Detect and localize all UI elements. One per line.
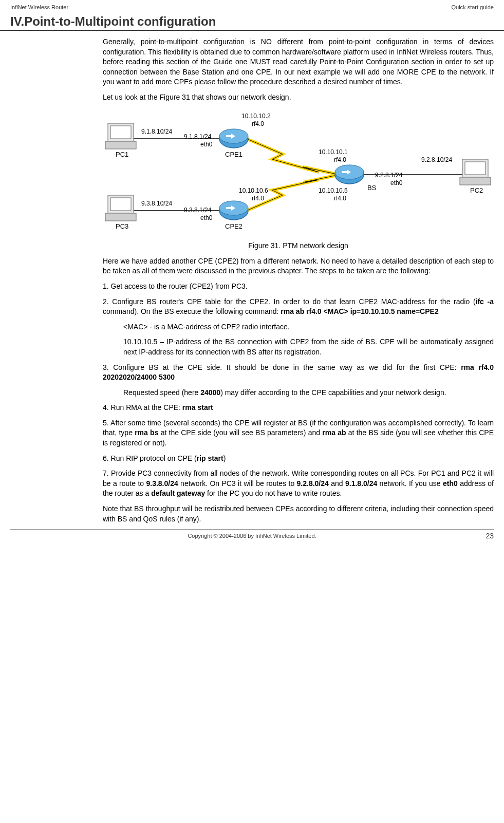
footer-page-number: 23 — [473, 532, 494, 540]
rf40-label-3: rf4.0 — [252, 195, 264, 202]
pc1-icon — [105, 123, 136, 149]
rf40-label-2: rf4.0 — [334, 156, 346, 163]
step-7: 7. Provide PC3 connectivity from all nod… — [103, 469, 494, 499]
eth0-label-1: eth0 — [200, 141, 213, 148]
paragraph-throughput: Note that BS throughput will be redistri… — [103, 504, 494, 524]
bs-label: BS — [367, 184, 377, 192]
paragraph-figref: Let us look at the Figure 31 that shows … — [103, 92, 494, 103]
step-2-note-ip: 10.10.10.5 – IP-address of the BS connec… — [123, 337, 494, 357]
content-body: Generally, point-to-multipoint configura… — [0, 37, 504, 524]
pc2-label: PC2 — [470, 186, 483, 194]
svg-rect-9 — [110, 198, 131, 211]
bs-router-icon — [335, 165, 364, 184]
cpe2-router-icon — [219, 201, 248, 220]
ip-cpe1-rf: 10.10.10.2 — [241, 113, 271, 120]
ip-bs-rf-bot: 10.10.10.5 — [319, 187, 348, 194]
svg-rect-5 — [105, 141, 136, 149]
pc3-label: PC3 — [116, 222, 128, 230]
pc1-label: PC1 — [116, 151, 128, 158]
cpe2-label: CPE2 — [225, 222, 242, 230]
svg-rect-17 — [460, 177, 491, 185]
footer-copyright: Copyright © 2004-2006 by InfiNet Wireles… — [31, 533, 473, 539]
cmd-rma-ab: rma ab rf4.0 <MAC> ip=10.10.10.5 name=CP… — [281, 307, 438, 315]
ip-bs-rf-top: 10.10.10.1 — [319, 148, 348, 156]
ip-cpe1-eth: 9.1.8.1/24 — [184, 133, 212, 140]
default-gateway: default gateway — [151, 489, 205, 497]
step-3-note: Requested speed (here 24000) may differ … — [123, 388, 494, 398]
cmd-rma-ab-check: rma ab — [322, 428, 346, 437]
page-header: InfiNet Wireless Router Quick start guid… — [0, 0, 504, 12]
ip-pc3: 9.3.8.10/24 — [141, 200, 172, 207]
rf40-label-4: rf4.0 — [334, 195, 346, 202]
step-2-note-mac: <MAC> - is a MAC-address of CPE2 radio i… — [123, 322, 494, 332]
svg-rect-4 — [110, 126, 131, 139]
ip-pc2: 9.2.8.10/24 — [421, 156, 452, 163]
figure-caption: Figure 31. PTM network design — [103, 241, 494, 251]
section-heading: IV.Point-to-Multipoint configuration — [0, 12, 504, 31]
paragraph-added-cpe: Here we have added another CPE (CPE2) fr… — [103, 256, 494, 276]
header-left: InfiNet Wireless Router — [10, 4, 68, 10]
pc2-icon — [460, 159, 491, 185]
eth0-bold: eth0 — [443, 479, 458, 488]
step-6: 6. Run RIP protocol on CPE (rip start) — [103, 454, 494, 464]
step-5: 5. After some time (several seconds) the… — [103, 418, 494, 448]
net-928: 9.2.8.0/24 — [297, 479, 329, 488]
step-1: 1. Get access to the router (CPE2) from … — [103, 282, 494, 292]
cmd-rma-bs: rma bs — [135, 428, 158, 437]
svg-rect-16 — [465, 162, 486, 175]
cpe1-label: CPE1 — [225, 151, 242, 158]
cmd-ifc: ifc -a — [476, 297, 494, 306]
cmd-rma-start: rma start — [182, 403, 213, 412]
cmd-rip-start: rip start — [197, 454, 223, 462]
svg-rect-10 — [105, 213, 136, 221]
cpe1-router-icon — [219, 129, 248, 148]
figure-network-diagram: PC1 9.1.8.10/24 CPE1 9.1.8.1/24 eth0 10.… — [103, 108, 494, 251]
net-918: 9.1.8.0/24 — [345, 479, 377, 488]
net-938: 9.3.8.0/24 — [146, 479, 178, 488]
network-diagram-svg: PC1 9.1.8.10/24 CPE1 9.1.8.1/24 eth0 10.… — [103, 108, 493, 236]
rf40-label-1: rf4.0 — [252, 120, 264, 127]
speed-value: 24000 — [200, 388, 220, 397]
eth0-label-2: eth0 — [390, 179, 403, 186]
eth0-label-3: eth0 — [200, 214, 213, 221]
ip-bs-eth: 9.2.8.1/24 — [375, 172, 403, 179]
step-4: 4. Run RMA at the CPE: rma start — [103, 403, 494, 413]
paragraph-intro: Generally, point-to-multipoint configura… — [103, 37, 494, 87]
ip-cpe2-rf: 10.10.10.6 — [239, 187, 268, 194]
pc3-icon — [105, 195, 136, 221]
step-3: 3. Configure BS at the CPE side. It shou… — [103, 363, 494, 383]
ip-pc1: 9.1.8.10/24 — [141, 128, 172, 135]
header-right: Quick start guide — [451, 4, 494, 10]
step-2: 2. Configure BS router's CPE table for t… — [103, 297, 494, 317]
ip-cpe2-eth: 9.3.8.1/24 — [184, 207, 212, 214]
page-footer: Copyright © 2004-2006 by InfiNet Wireles… — [0, 530, 504, 545]
